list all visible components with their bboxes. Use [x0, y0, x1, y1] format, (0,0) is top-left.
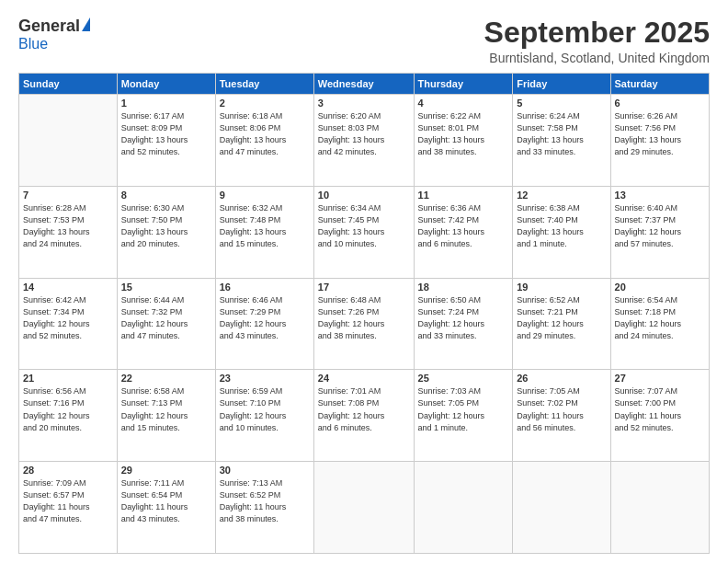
calendar-cell: 15Sunrise: 6:44 AMSunset: 7:32 PMDayligh…: [117, 278, 215, 370]
calendar-header-wednesday: Wednesday: [313, 74, 414, 95]
day-info: Sunrise: 7:13 AMSunset: 6:52 PMDaylight:…: [220, 477, 310, 525]
calendar-cell: 27Sunrise: 7:07 AMSunset: 7:00 PMDayligh…: [610, 370, 709, 462]
day-number: 30: [220, 465, 310, 476]
day-info: Sunrise: 7:11 AMSunset: 6:54 PMDaylight:…: [121, 477, 211, 525]
calendar-cell: 29Sunrise: 7:11 AMSunset: 6:54 PMDayligh…: [117, 462, 215, 554]
day-info: Sunrise: 6:46 AMSunset: 7:29 PMDaylight:…: [220, 294, 310, 342]
day-info: Sunrise: 6:59 AMSunset: 7:10 PMDaylight:…: [220, 385, 310, 433]
day-info: Sunrise: 6:20 AMSunset: 8:03 PMDaylight:…: [318, 110, 410, 158]
day-number: 3: [318, 98, 410, 109]
day-info: Sunrise: 6:56 AMSunset: 7:16 PMDaylight:…: [23, 385, 113, 433]
calendar-table: SundayMondayTuesdayWednesdayThursdayFrid…: [18, 73, 710, 554]
day-number: 21: [23, 373, 113, 384]
day-info: Sunrise: 6:28 AMSunset: 7:53 PMDaylight:…: [23, 202, 113, 250]
day-info: Sunrise: 6:48 AMSunset: 7:26 PMDaylight:…: [318, 294, 410, 342]
day-number: 14: [23, 282, 113, 293]
calendar-cell: [513, 462, 610, 554]
day-number: 19: [517, 282, 606, 293]
day-info: Sunrise: 7:05 AMSunset: 7:02 PMDaylight:…: [517, 385, 606, 433]
day-number: 15: [121, 282, 211, 293]
calendar-header-sunday: Sunday: [19, 74, 118, 95]
day-number: 22: [121, 373, 211, 384]
day-info: Sunrise: 7:01 AMSunset: 7:08 PMDaylight:…: [318, 385, 410, 433]
day-number: 1: [121, 98, 211, 109]
calendar-cell: 20Sunrise: 6:54 AMSunset: 7:18 PMDayligh…: [610, 278, 709, 370]
calendar-header-thursday: Thursday: [414, 74, 513, 95]
calendar-header-friday: Friday: [513, 74, 610, 95]
calendar-header-tuesday: Tuesday: [215, 74, 313, 95]
logo-general-text: General: [18, 17, 80, 36]
calendar-week-row: 1Sunrise: 6:17 AMSunset: 8:09 PMDaylight…: [19, 95, 710, 187]
day-number: 20: [615, 282, 705, 293]
day-info: Sunrise: 6:54 AMSunset: 7:18 PMDaylight:…: [615, 294, 705, 342]
logo-blue-text: Blue: [18, 36, 48, 52]
calendar-header-saturday: Saturday: [610, 74, 709, 95]
day-info: Sunrise: 6:40 AMSunset: 7:37 PMDaylight:…: [615, 202, 705, 250]
calendar-cell: 5Sunrise: 6:24 AMSunset: 7:58 PMDaylight…: [513, 95, 610, 187]
day-number: 4: [418, 98, 509, 109]
calendar-cell: 18Sunrise: 6:50 AMSunset: 7:24 PMDayligh…: [414, 278, 513, 370]
day-number: 10: [318, 190, 410, 201]
day-number: 17: [318, 282, 410, 293]
calendar-cell: 19Sunrise: 6:52 AMSunset: 7:21 PMDayligh…: [513, 278, 610, 370]
day-number: 27: [615, 373, 705, 384]
calendar-week-row: 28Sunrise: 7:09 AMSunset: 6:57 PMDayligh…: [19, 462, 710, 554]
day-info: Sunrise: 6:50 AMSunset: 7:24 PMDaylight:…: [418, 294, 509, 342]
day-number: 11: [418, 190, 509, 201]
calendar-header-row: SundayMondayTuesdayWednesdayThursdayFrid…: [19, 74, 710, 95]
day-info: Sunrise: 7:03 AMSunset: 7:05 PMDaylight:…: [418, 385, 509, 433]
day-number: 24: [318, 373, 410, 384]
calendar-cell: 8Sunrise: 6:30 AMSunset: 7:50 PMDaylight…: [117, 186, 215, 278]
day-number: 9: [220, 190, 310, 201]
calendar-cell: 26Sunrise: 7:05 AMSunset: 7:02 PMDayligh…: [513, 370, 610, 462]
logo-triangle-icon: [82, 17, 90, 31]
calendar-cell: 16Sunrise: 6:46 AMSunset: 7:29 PMDayligh…: [215, 278, 313, 370]
calendar-cell: 12Sunrise: 6:38 AMSunset: 7:40 PMDayligh…: [513, 186, 610, 278]
day-info: Sunrise: 6:44 AMSunset: 7:32 PMDaylight:…: [121, 294, 211, 342]
calendar-cell: 28Sunrise: 7:09 AMSunset: 6:57 PMDayligh…: [19, 462, 118, 554]
day-info: Sunrise: 6:42 AMSunset: 7:34 PMDaylight:…: [23, 294, 113, 342]
calendar-cell: 30Sunrise: 7:13 AMSunset: 6:52 PMDayligh…: [215, 462, 313, 554]
day-info: Sunrise: 7:07 AMSunset: 7:00 PMDaylight:…: [615, 385, 705, 433]
day-number: 13: [615, 190, 705, 201]
day-number: 18: [418, 282, 509, 293]
day-info: Sunrise: 6:58 AMSunset: 7:13 PMDaylight:…: [121, 385, 211, 433]
day-number: 8: [121, 190, 211, 201]
calendar-cell: 7Sunrise: 6:28 AMSunset: 7:53 PMDaylight…: [19, 186, 118, 278]
day-number: 16: [220, 282, 310, 293]
calendar-week-row: 21Sunrise: 6:56 AMSunset: 7:16 PMDayligh…: [19, 370, 710, 462]
calendar-week-row: 14Sunrise: 6:42 AMSunset: 7:34 PMDayligh…: [19, 278, 710, 370]
day-info: Sunrise: 7:09 AMSunset: 6:57 PMDaylight:…: [23, 477, 113, 525]
calendar-cell: 23Sunrise: 6:59 AMSunset: 7:10 PMDayligh…: [215, 370, 313, 462]
day-number: 25: [418, 373, 509, 384]
day-info: Sunrise: 6:36 AMSunset: 7:42 PMDaylight:…: [418, 202, 509, 250]
page-header: General Blue September 2025 Burntisland,…: [18, 17, 710, 65]
day-number: 23: [220, 373, 310, 384]
calendar-cell: 3Sunrise: 6:20 AMSunset: 8:03 PMDaylight…: [313, 95, 414, 187]
calendar-cell: 4Sunrise: 6:22 AMSunset: 8:01 PMDaylight…: [414, 95, 513, 187]
day-number: 26: [517, 373, 606, 384]
day-info: Sunrise: 6:34 AMSunset: 7:45 PMDaylight:…: [318, 202, 410, 250]
day-number: 6: [615, 98, 705, 109]
day-info: Sunrise: 6:26 AMSunset: 7:56 PMDaylight:…: [615, 110, 705, 158]
calendar-cell: 6Sunrise: 6:26 AMSunset: 7:56 PMDaylight…: [610, 95, 709, 187]
day-number: 2: [220, 98, 310, 109]
day-number: 28: [23, 465, 113, 476]
logo: General Blue: [18, 17, 90, 52]
month-title: September 2025: [484, 17, 710, 49]
calendar-cell: 14Sunrise: 6:42 AMSunset: 7:34 PMDayligh…: [19, 278, 118, 370]
calendar-cell: 13Sunrise: 6:40 AMSunset: 7:37 PMDayligh…: [610, 186, 709, 278]
day-info: Sunrise: 6:30 AMSunset: 7:50 PMDaylight:…: [121, 202, 211, 250]
calendar-week-row: 7Sunrise: 6:28 AMSunset: 7:53 PMDaylight…: [19, 186, 710, 278]
calendar-cell: 21Sunrise: 6:56 AMSunset: 7:16 PMDayligh…: [19, 370, 118, 462]
day-info: Sunrise: 6:32 AMSunset: 7:48 PMDaylight:…: [220, 202, 310, 250]
calendar-cell: 11Sunrise: 6:36 AMSunset: 7:42 PMDayligh…: [414, 186, 513, 278]
day-info: Sunrise: 6:22 AMSunset: 8:01 PMDaylight:…: [418, 110, 509, 158]
calendar-cell: 25Sunrise: 7:03 AMSunset: 7:05 PMDayligh…: [414, 370, 513, 462]
calendar-header-monday: Monday: [117, 74, 215, 95]
calendar-cell: 9Sunrise: 6:32 AMSunset: 7:48 PMDaylight…: [215, 186, 313, 278]
day-number: 12: [517, 190, 606, 201]
location-text: Burntisland, Scotland, United Kingdom: [484, 51, 710, 65]
calendar-cell: [610, 462, 709, 554]
calendar-cell: 22Sunrise: 6:58 AMSunset: 7:13 PMDayligh…: [117, 370, 215, 462]
